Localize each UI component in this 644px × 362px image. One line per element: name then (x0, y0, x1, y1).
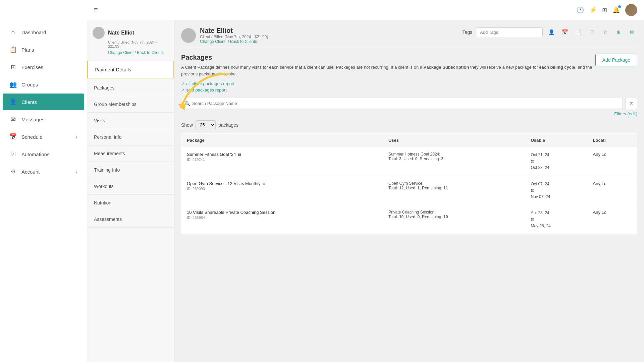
sold-packages-link[interactable]: ↗ sold packages report (181, 87, 595, 93)
sidebar-label-schedule: Schedule (21, 134, 43, 140)
mail-action-icon[interactable]: ✉ (627, 27, 637, 38)
date-range-0: Oct 21, 24 to Oct 23, 24 (531, 152, 582, 171)
uses-name-2: Private Coaching Session: (388, 210, 520, 215)
change-client-detail-link[interactable]: Change Client (200, 39, 225, 44)
sub-nav-personal-info[interactable]: Personal Info (87, 129, 174, 145)
uses-name-1: Open Gym Service: (388, 181, 520, 186)
back-to-clients-link[interactable]: Back to Clients (137, 50, 164, 55)
sidebar-item-account[interactable]: ⚙ Account › (3, 163, 84, 180)
sidebar-label-clients: Clients (21, 99, 37, 105)
sub-nav-group-memberships[interactable]: Group Memberships (87, 96, 174, 113)
client-meta: Client / Billed (Nov 7th, 2024 - $21.99) (108, 40, 169, 48)
user-avatar[interactable] (625, 4, 637, 16)
col-uses[interactable]: Uses (383, 134, 526, 147)
sidebar-label-exercises: Exercises (21, 64, 43, 70)
messages-icon: ✉ (9, 116, 17, 123)
sub-nav-measurements[interactable]: Measurements (87, 145, 174, 162)
client-header: Nate Elliot Client / Billed (Nov 7th, 20… (87, 20, 174, 59)
packages-label: packages (218, 122, 238, 128)
table-row: Open Gym Service - 12 Visits Monthly 🖥 I… (181, 176, 637, 205)
add-package-button[interactable]: Add Package (595, 54, 637, 66)
user-action-icon[interactable]: 👤 (546, 27, 557, 38)
account-icon: ⚙ (9, 168, 17, 175)
sidebar-item-groups[interactable]: 👥 Groups (3, 76, 84, 93)
bell-icon[interactable]: 🔔 (612, 6, 620, 14)
client-detail-links: Change Client / Back to Clients (200, 39, 268, 44)
package-id-0: ID: 269241 (187, 158, 378, 162)
tags-input[interactable] (476, 27, 543, 37)
sidebar-item-automations[interactable]: ☑ Automations (3, 146, 84, 163)
show-label: Show (181, 122, 193, 128)
notification-dot (618, 5, 621, 8)
filters-edit-link[interactable]: (edit) (627, 111, 637, 116)
location-0: Any Lo (588, 147, 637, 176)
sub-nav-visits[interactable]: Visits (87, 113, 174, 129)
show-select[interactable]: 10 25 50 100 (196, 120, 216, 129)
date-range-1: Oct 07, 24 to Nov 07, 24 (531, 181, 582, 200)
content-area: Nate Elliot Client / Billed (Nov 7th, 20… (87, 20, 644, 362)
grid-icon[interactable]: ⊞ (602, 6, 607, 14)
sidebar-item-plans[interactable]: 📋 Plans (3, 41, 84, 58)
sub-nav-assessments[interactable]: Assessments (87, 211, 174, 228)
client-sub-sidebar: Nate Elliot Client / Billed (Nov 7th, 20… (87, 20, 174, 362)
lightning-icon[interactable]: ⚡ (589, 6, 597, 14)
plus-circle-action-icon[interactable]: ⊕ (613, 27, 624, 38)
home-icon: ⌂ (9, 29, 17, 36)
sidebar-label-plans: Plans (21, 47, 34, 53)
sidebar-item-exercises[interactable]: ⊞ Exercises (3, 59, 84, 75)
search-package-input[interactable] (181, 98, 623, 109)
col-usable[interactable]: Usable (525, 134, 587, 147)
hamburger-menu[interactable]: ≡ (94, 6, 98, 14)
table-row: Summer Fitness Goal '24 🖥 ID: 269241 Sum… (181, 147, 637, 176)
back-to-clients-detail-link[interactable]: Back to Clients (230, 39, 257, 44)
sub-nav-payment-details[interactable]: Payment Details (87, 61, 174, 78)
filter-button[interactable]: ⧖ (626, 98, 637, 109)
sidebar-label-account: Account (21, 169, 40, 175)
groups-icon: 👥 (9, 81, 17, 88)
sidebar-item-clients[interactable]: 👤 Clients (3, 94, 84, 110)
uses-detail-1: Total: 12, Used: 1, Remaining: 11 (388, 186, 520, 190)
all-client-packages-link[interactable]: ↗ all client packages report (181, 81, 595, 86)
clients-icon: 👤 (9, 98, 17, 106)
table-row: 10 Visits Shareable Private Coaching Ses… (181, 205, 637, 234)
packages-description: A Client Package defines how many visits… (181, 64, 595, 77)
packages-table: Package Uses Usable Locati Summer Fitnes… (181, 133, 637, 234)
filters-row: Filters (edit) (181, 111, 637, 116)
uses-name-0: Summer Hotness Goal 2024: (388, 152, 520, 157)
sidebar-logo (0, 0, 87, 20)
uses-detail-0: Total: 2, Used: 0, Remaining: 2 (388, 157, 520, 161)
show-row: Show 10 25 50 100 packages (181, 120, 637, 129)
document-action-icon[interactable]: 📄 (573, 27, 584, 38)
change-client-link[interactable]: Change Client (108, 50, 133, 55)
plans-icon: 📋 (9, 46, 17, 53)
client-name: Nate Elliot (108, 30, 134, 36)
star-action-icon[interactable]: ☆ (600, 27, 610, 38)
client-detail-meta: Client / Billed (Nov 7th, 2024 - $21.99) (200, 35, 268, 39)
date-range-2: Apr 28, 24 to May 28, 24 (531, 210, 582, 229)
sub-nav-packages[interactable]: Packages (87, 80, 174, 96)
client-detail-header: Nate Elliot Client / Billed (Nov 7th, 20… (181, 27, 637, 48)
clock-icon[interactable]: 🕐 (577, 6, 584, 14)
sidebar-label-dashboard: Dashboard (21, 29, 46, 35)
packages-section-header: Packages A Client Package defines how ma… (181, 54, 637, 93)
sub-nav-training-info[interactable]: Training Info (87, 162, 174, 178)
schedule-icon: 📅 (9, 133, 17, 140)
tags-label: Tags (462, 29, 472, 35)
sidebar-item-messages[interactable]: ✉ Messages (3, 111, 84, 128)
main-area: ≡ 🕐 ⚡ ⊞ 🔔 Nate Elliot Client (87, 0, 644, 362)
heart-action-icon[interactable]: ♡ (586, 27, 597, 38)
automations-icon: ☑ (9, 150, 17, 158)
sidebar-label-groups: Groups (21, 82, 38, 87)
search-icon: 🔍 (184, 101, 190, 106)
calendar-action-icon[interactable]: 📅 (559, 27, 570, 38)
col-location[interactable]: Locati (588, 134, 637, 147)
client-detail-avatar (181, 28, 196, 43)
sidebar-label-automations: Automations (21, 152, 49, 157)
uses-detail-2: Total: 10, Used: 0, Remaining: 10 (388, 215, 520, 219)
sub-nav-workouts[interactable]: Workouts (87, 178, 174, 195)
sidebar-item-dashboard[interactable]: ⌂ Dashboard (3, 24, 84, 41)
sidebar-item-schedule[interactable]: 📅 Schedule › (3, 128, 84, 145)
exercises-icon: ⊞ (9, 63, 17, 71)
sub-nav-nutrition[interactable]: Nutrition (87, 195, 174, 211)
col-package[interactable]: Package (181, 134, 383, 147)
